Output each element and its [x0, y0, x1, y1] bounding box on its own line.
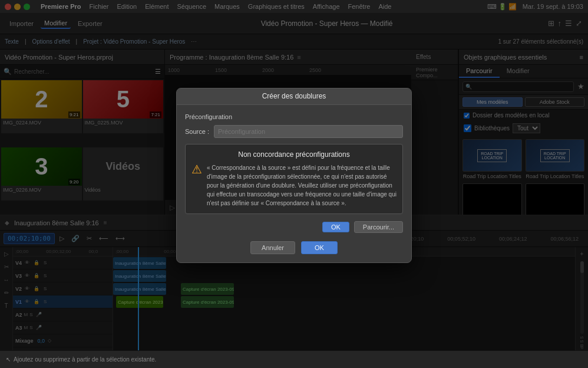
status-message: Ajoutez ou supprimez à partir de la séle…	[14, 356, 156, 363]
dialog-title: Créer des doublures	[177, 88, 411, 105]
status-bar: ↖ Ajoutez ou supprimez à partir de la sé…	[0, 350, 588, 368]
dialog-warning-body: ⚠ « Correspondance à la source » est déf…	[191, 163, 397, 208]
warning-icon: ⚠	[191, 163, 202, 175]
cancel-button[interactable]: Annuler	[250, 241, 295, 254]
ok-button[interactable]: OK	[301, 241, 338, 254]
warning-text: « Correspondance à la source » est défin…	[207, 163, 397, 208]
source-input[interactable]	[214, 125, 403, 138]
dialog-section-label: Préconfiguration	[185, 113, 403, 120]
browse-area: OK Parcourir...	[322, 221, 403, 233]
source-label: Source :	[185, 128, 209, 135]
dialog-creer-doublures: Créer des doublures Préconfiguration Sou…	[176, 88, 412, 263]
inner-ok-button[interactable]: OK	[322, 222, 349, 232]
dialog-buttons: Annuler OK	[185, 239, 403, 254]
dialog-warning-box: Non concordance préconfigurations ⚠ « Co…	[185, 144, 403, 214]
browse-button[interactable]: Parcourir...	[354, 221, 403, 233]
dialog-overlay: Créer des doublures Préconfiguration Sou…	[0, 0, 588, 350]
dialog-body: Préconfiguration Source : Non concordanc…	[177, 105, 411, 262]
dialog-source-row: Source :	[185, 125, 403, 138]
dialog-warning-title: Non concordance préconfigurations	[191, 150, 397, 159]
cursor-icon: ↖	[6, 356, 11, 363]
dialog-browse-row: OK Parcourir...	[185, 221, 403, 233]
